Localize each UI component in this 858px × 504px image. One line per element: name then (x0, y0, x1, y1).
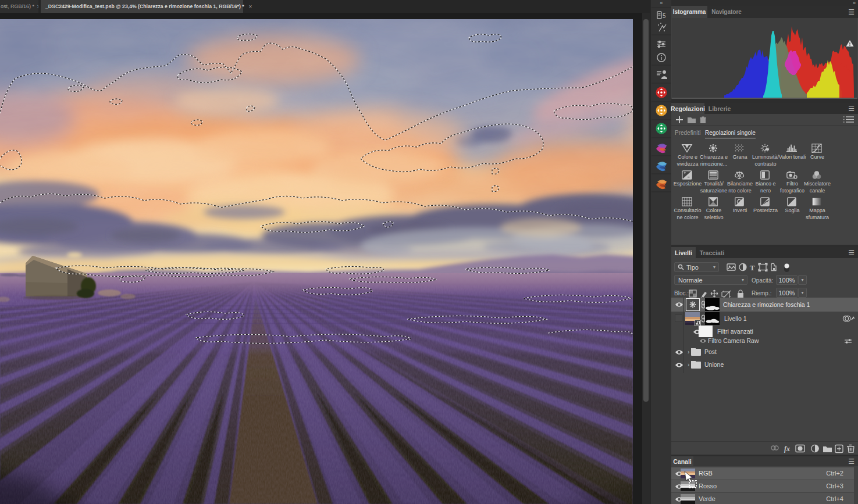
svg-text:fx: fx (784, 445, 790, 453)
svg-text:5: 5 (663, 13, 666, 19)
svg-text:T: T (750, 263, 755, 272)
